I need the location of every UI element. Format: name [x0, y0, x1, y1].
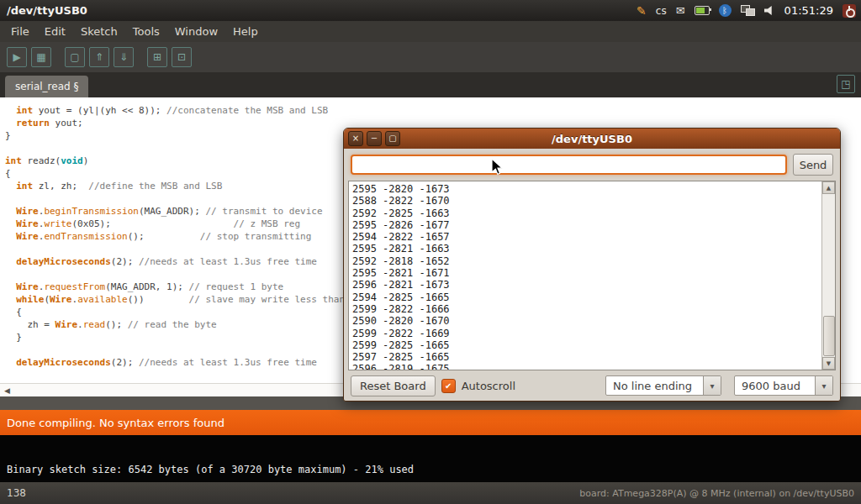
serial-input[interactable]: [351, 155, 787, 175]
save-sketch-button[interactable]: ⇓: [114, 47, 134, 67]
compile-status-message: Done compiling. No syntax errors found: [7, 417, 224, 429]
minimize-button[interactable]: −: [367, 131, 382, 146]
mail-icon[interactable]: ✉: [676, 5, 685, 16]
serial-scrollbar[interactable]: ▲ ▼: [821, 181, 835, 370]
baud-value: 9600 baud: [735, 380, 815, 392]
baud-select[interactable]: 9600 baud ▾: [734, 375, 833, 396]
menu-item-file[interactable]: File: [3, 23, 37, 40]
line-ending-select[interactable]: No line ending ▾: [605, 375, 721, 396]
new-sketch-button[interactable]: ▢: [65, 47, 85, 67]
serial-output[interactable]: 2595 -2820 -1673 2588 -2822 -1670 2592 -…: [348, 181, 836, 370]
console-output: Binary sketch size: 6542 bytes (of a 307…: [0, 435, 861, 482]
status-bar: 138 board: ATmega328P(A) @ 8 MHz (intern…: [0, 482, 861, 504]
session-power-icon[interactable]: [843, 4, 856, 18]
close-icon: ×: [352, 134, 359, 143]
check-icon: ✔: [445, 381, 452, 391]
board-info: board: ATmega328P(A) @ 8 MHz (internal) …: [579, 488, 861, 499]
menu-item-window[interactable]: Window: [167, 23, 225, 40]
scroll-down-icon[interactable]: ▼: [822, 357, 835, 370]
serial-monitor-window: × − ▢ /dev/ttyUSB0 Send 2595 -2820 -1673…: [343, 128, 841, 402]
serial-monitor-icon: ⊡: [177, 51, 186, 63]
verify-icon: ▶: [13, 51, 20, 63]
compile-status-bar: Done compiling. No syntax errors found: [0, 410, 861, 435]
autoscroll-label: Autoscroll: [462, 380, 515, 392]
battery-icon[interactable]: [695, 6, 710, 15]
menu-item-help[interactable]: Help: [225, 23, 266, 40]
scrollbar-thumb[interactable]: [823, 316, 835, 356]
line-ending-value: No line ending: [606, 380, 703, 392]
serial-output-text: 2595 -2820 -1673 2588 -2822 -1670 2592 -…: [352, 183, 820, 370]
open-icon: ⇑: [95, 51, 103, 63]
toolbar: ▶▦▢⇑⇓⊞⊡: [0, 42, 861, 73]
chevron-down-icon: ▾: [703, 376, 721, 395]
stop-button[interactable]: ▦: [31, 47, 51, 67]
serial-controls: Reset Board ✔ Autoscroll No line ending …: [351, 375, 833, 396]
stop-icon: ▦: [36, 51, 45, 63]
tab-serial-read[interactable]: serial_read §: [5, 76, 88, 97]
menu-bar: FileEditSketchToolsWindowHelp: [0, 21, 861, 42]
open-sketch-button[interactable]: ⇑: [89, 47, 109, 67]
bluetooth-icon[interactable]: ᛒ: [719, 4, 732, 17]
tab-label: serial_read §: [15, 81, 78, 92]
line-number-indicator: 138: [0, 487, 26, 499]
tab-menu-icon: ◳: [841, 78, 850, 90]
menu-item-edit[interactable]: Edit: [37, 23, 73, 40]
serial-input-row: Send: [351, 154, 833, 176]
minimize-icon: −: [371, 134, 378, 143]
volume-icon[interactable]: [764, 6, 775, 16]
verify-button[interactable]: ▶: [7, 47, 27, 67]
network-icon[interactable]: [741, 5, 755, 16]
serial-monitor-titlebar[interactable]: × − ▢ /dev/ttyUSB0: [344, 129, 840, 149]
close-button[interactable]: ×: [348, 131, 363, 146]
clock[interactable]: 01:51:29: [784, 4, 833, 17]
save-icon: ⇓: [119, 51, 128, 63]
menu-item-sketch[interactable]: Sketch: [73, 23, 125, 40]
code-line: int yout = (yl|(yh << 8)); //concatenate…: [5, 104, 861, 117]
menu-item-tools[interactable]: Tools: [125, 23, 167, 40]
maximize-button[interactable]: ▢: [385, 131, 400, 146]
reset-board-button[interactable]: Reset Board: [351, 375, 436, 396]
scroll-up-icon[interactable]: ▲: [822, 181, 835, 194]
new-file-icon: ▢: [70, 51, 79, 63]
system-tray: ✎ cs ✉ ᛒ 01:51:29: [637, 4, 861, 18]
scroll-left-icon[interactable]: ◀: [4, 386, 10, 395]
notes-icon[interactable]: ✎: [637, 5, 647, 17]
maximize-icon: ▢: [388, 134, 396, 143]
upload-icon: ⊞: [153, 51, 161, 63]
desktop-panel: /dev/ttyUSB0 ✎ cs ✉ ᛒ 01:51:29: [0, 0, 861, 21]
tab-bar: serial_read § ◳: [0, 72, 861, 97]
upload-button[interactable]: ⊞: [147, 47, 167, 67]
console-text: Binary sketch size: 6542 bytes (of a 307…: [7, 464, 414, 475]
serial-monitor-title: /dev/ttyUSB0: [344, 133, 840, 145]
keyboard-layout-indicator[interactable]: cs: [656, 5, 667, 17]
chevron-down-icon: ▾: [815, 376, 832, 395]
send-button[interactable]: Send: [793, 154, 833, 176]
serial-monitor-button[interactable]: ⊡: [172, 47, 192, 67]
window-title-panel: /dev/ttyUSB0: [0, 4, 87, 17]
tab-menu-button[interactable]: ◳: [837, 75, 855, 93]
autoscroll-checkbox[interactable]: ✔: [441, 379, 456, 393]
